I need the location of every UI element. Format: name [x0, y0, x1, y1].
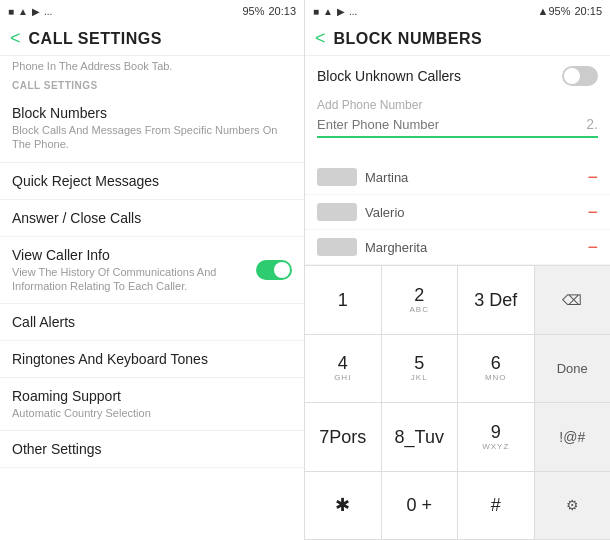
- block-unknown-toggle[interactable]: [562, 66, 598, 86]
- right-status-right: ▲95% 20:15: [538, 5, 602, 17]
- right-panel: ■ ▲ ▶ ... ▲95% 20:15 < BLOCK NUMBERS Blo…: [305, 0, 610, 540]
- right-more-icon: ...: [349, 6, 357, 17]
- key-3[interactable]: 3 Def: [458, 266, 535, 335]
- section-label: CALL SETTINGS: [0, 72, 304, 95]
- key-4[interactable]: 4 GHI: [305, 335, 382, 404]
- keyboard-row-2: 4 GHI 5 JKL 6 MNO Done: [305, 335, 610, 404]
- view-caller-toggle[interactable]: [256, 260, 292, 280]
- key-star[interactable]: ✱: [305, 472, 382, 541]
- menu-item-answer-calls[interactable]: Answer / Close Calls: [0, 200, 304, 237]
- key-1[interactable]: 1: [305, 266, 382, 335]
- key-2[interactable]: 2 ABC: [382, 266, 459, 335]
- bluetooth-icon: ▶: [32, 6, 40, 17]
- remove-valerio-button[interactable]: −: [587, 203, 598, 221]
- key-0[interactable]: 0 +: [382, 472, 459, 541]
- left-panel: ■ ▲ ▶ ... 95% 20:13 < CALL SETTINGS Phon…: [0, 0, 305, 540]
- valerio-avatar: [317, 203, 357, 221]
- battery-text: 95%: [242, 5, 264, 17]
- key-done[interactable]: Done: [535, 335, 611, 404]
- martina-name: Martina: [365, 170, 587, 185]
- right-signal-icon: ■: [313, 6, 319, 17]
- left-status-right: 95% 20:13: [242, 5, 296, 17]
- block-numbers-content: Block Unknown Callers Add Phone Number 2…: [305, 56, 610, 160]
- key-backspace[interactable]: ⌫: [535, 266, 611, 335]
- keyboard-row-1: 1 2 ABC 3 Def ⌫: [305, 266, 610, 335]
- left-status-bar: ■ ▲ ▶ ... 95% 20:13: [0, 0, 304, 22]
- left-back-button[interactable]: <: [10, 28, 21, 49]
- keyboard-row-3: 7Pors 8_Tuv 9 WXYZ !@#: [305, 403, 610, 472]
- menu-item-ringtones[interactable]: Ringtones And Keyboard Tones: [0, 341, 304, 378]
- key-6[interactable]: 6 MNO: [458, 335, 535, 404]
- remove-margherita-button[interactable]: −: [587, 238, 598, 256]
- view-caller-title: View Caller Info: [12, 247, 256, 263]
- key-9[interactable]: 9 WXYZ: [458, 403, 535, 472]
- tab-hint: Phone In The Address Book Tab.: [0, 56, 304, 72]
- view-caller-text-group: View Caller Info View The History Of Com…: [12, 247, 256, 294]
- phone-input-number: 2.: [586, 116, 598, 132]
- view-caller-subtitle: View The History Of Communications And I…: [12, 265, 256, 294]
- phone-input-row: 2.: [317, 116, 598, 138]
- quick-reject-title: Quick Reject Messages: [12, 173, 292, 189]
- left-header: < CALL SETTINGS: [0, 22, 304, 56]
- block-unknown-row: Block Unknown Callers: [317, 66, 598, 86]
- block-numbers-subtitle: Block Calls And Messages From Specific N…: [12, 123, 292, 152]
- keyboard-row-4: ✱ 0 + # ⚙: [305, 472, 610, 541]
- right-page-title: BLOCK NUMBERS: [334, 30, 483, 48]
- right-status-bar: ■ ▲ ▶ ... ▲95% 20:15: [305, 0, 610, 22]
- right-header: < BLOCK NUMBERS: [305, 22, 610, 56]
- phone-number-input[interactable]: [317, 117, 582, 132]
- roaming-title: Roaming Support: [12, 388, 292, 404]
- remove-martina-button[interactable]: −: [587, 168, 598, 186]
- left-menu-content: Phone In The Address Book Tab. CALL SETT…: [0, 56, 304, 540]
- key-5[interactable]: 5 JKL: [382, 335, 459, 404]
- block-numbers-title: Block Numbers: [12, 105, 292, 121]
- more-icon: ...: [44, 6, 52, 17]
- right-time-text: 20:15: [574, 5, 602, 17]
- blocked-contacts-list: Martina − Valerio − Margherita −: [305, 160, 610, 265]
- blocked-item-valerio: Valerio −: [305, 195, 610, 230]
- margherita-avatar: [317, 238, 357, 256]
- key-hash[interactable]: #: [458, 472, 535, 541]
- other-settings-title: Other Settings: [12, 441, 292, 457]
- wifi-icon: ▲: [18, 6, 28, 17]
- right-signal-text: ▲95%: [538, 5, 571, 17]
- ringtones-title: Ringtones And Keyboard Tones: [12, 351, 292, 367]
- block-unknown-label: Block Unknown Callers: [317, 68, 461, 84]
- right-wifi-icon: ▲: [323, 6, 333, 17]
- key-settings[interactable]: ⚙: [535, 472, 611, 541]
- key-symbols[interactable]: !@#: [535, 403, 611, 472]
- valerio-name: Valerio: [365, 205, 587, 220]
- key-7[interactable]: 7Pors: [305, 403, 382, 472]
- left-status-icons: ■ ▲ ▶ ...: [8, 6, 52, 17]
- answer-calls-title: Answer / Close Calls: [12, 210, 292, 226]
- time-text: 20:13: [268, 5, 296, 17]
- menu-item-view-caller[interactable]: View Caller Info View The History Of Com…: [0, 237, 304, 305]
- martina-avatar: [317, 168, 357, 186]
- signal-icon: ■: [8, 6, 14, 17]
- call-alerts-title: Call Alerts: [12, 314, 292, 330]
- menu-item-call-alerts[interactable]: Call Alerts: [0, 304, 304, 341]
- blocked-item-margherita: Margherita −: [305, 230, 610, 265]
- left-page-title: CALL SETTINGS: [29, 30, 162, 48]
- menu-item-other-settings[interactable]: Other Settings: [0, 431, 304, 468]
- menu-item-roaming[interactable]: Roaming Support Automatic Country Select…: [0, 378, 304, 431]
- blocked-item-martina: Martina −: [305, 160, 610, 195]
- menu-item-quick-reject[interactable]: Quick Reject Messages: [0, 163, 304, 200]
- roaming-subtitle: Automatic Country Selection: [12, 406, 292, 420]
- right-back-button[interactable]: <: [315, 28, 326, 49]
- add-phone-label: Add Phone Number: [317, 98, 598, 112]
- right-status-icons: ■ ▲ ▶ ...: [313, 6, 357, 17]
- right-bluetooth-icon: ▶: [337, 6, 345, 17]
- margherita-name: Margherita: [365, 240, 587, 255]
- number-keyboard: 1 2 ABC 3 Def ⌫ 4 GHI 5 JKL 6: [305, 265, 610, 540]
- key-8[interactable]: 8_Tuv: [382, 403, 459, 472]
- menu-item-block-numbers[interactable]: Block Numbers Block Calls And Messages F…: [0, 95, 304, 163]
